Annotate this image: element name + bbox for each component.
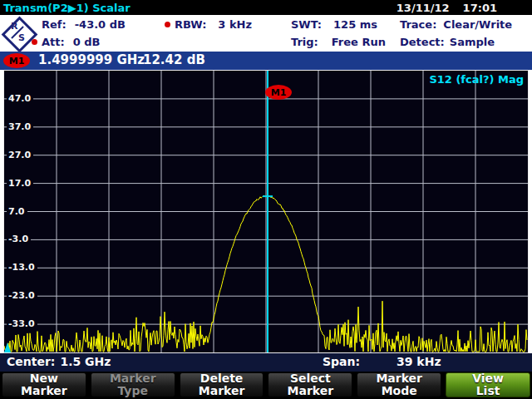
- attenuation-setting: Att: 0 dB: [32, 33, 101, 50]
- trace-format-label: S12 (fcal?) Mag: [429, 73, 524, 86]
- trace-mode-setting: Trace: Clear/Write: [400, 16, 512, 32]
- softkey-new-marker[interactable]: New Marker: [2, 372, 86, 397]
- detect-value: Sample: [450, 36, 495, 48]
- span-label: Span:: [323, 355, 360, 368]
- marker-m1-badge: M1: [3, 53, 30, 68]
- frequency-bar: Center: 1.5 GHz Span: 39 kHz: [0, 353, 532, 372]
- swt-setting: SWT: 125 ms: [291, 16, 377, 32]
- title-bar: Transm(P2▶1) Scalar 13/11/12 17:01: [0, 0, 532, 15]
- trig-label: Trig:: [291, 36, 318, 48]
- span-value: 39 kHz: [397, 355, 441, 368]
- detect-label: Detect:: [400, 36, 445, 48]
- red-bullet-icon: [165, 22, 170, 27]
- softkey-view-list[interactable]: View List: [446, 372, 530, 397]
- ref-value: -43.0 dB: [75, 18, 126, 31]
- softkey-bar: New Marker Marker Type Delete Marker Sel…: [0, 372, 532, 399]
- swt-label: SWT:: [291, 18, 322, 31]
- y-axis-tick-label: 17.0: [7, 178, 33, 189]
- center-label: Center:: [7, 355, 55, 368]
- date-time: 13/11/12 17:01: [397, 2, 497, 14]
- trace-label: Trace:: [400, 18, 436, 31]
- date-label: 13/11/12: [397, 2, 450, 14]
- softkey-marker-mode[interactable]: Marker Mode: [357, 372, 441, 397]
- y-axis-tick-label: -13.0: [7, 262, 37, 273]
- softkey-delete-marker[interactable]: Delete Marker: [180, 372, 264, 397]
- marker-m1-flag: M1: [265, 85, 292, 100]
- trig-value: Free Run: [332, 36, 386, 48]
- marker-level: 12.42 dB: [143, 52, 205, 67]
- y-axis-tick-label: -3.0: [7, 234, 31, 244]
- rbw-value: 3 kHz: [218, 18, 252, 31]
- softkey-marker-type[interactable]: Marker Type: [91, 372, 175, 397]
- settings-header: R S Ref: -43.0 dB RBW: 3 kHz SWT: 125 ms…: [0, 15, 532, 52]
- ref-label: Ref:: [42, 18, 66, 31]
- rs-logo: R S: [2, 17, 33, 48]
- analyzer-screen: Transm(P2▶1) Scalar 13/11/12 17:01 R S R…: [0, 0, 532, 399]
- y-axis-tick-label: 37.0: [7, 121, 33, 132]
- att-label: Att:: [42, 36, 65, 48]
- time-label: 17:01: [463, 2, 497, 14]
- ref-level-setting: Ref: -43.0 dB: [42, 16, 126, 32]
- rs-logo-letter-r: R: [11, 21, 17, 32]
- measurement-title: Transm(P2▶1) Scalar: [0, 2, 131, 14]
- spectrum-plot: 47.037.027.017.07.0-3.0-13.0-23.0-33.0 S…: [3, 70, 529, 353]
- center-frequency: Center: 1.5 GHz: [7, 355, 111, 368]
- softkey-select-marker[interactable]: Select Marker: [268, 372, 352, 397]
- rs-logo-letter-s: S: [18, 32, 25, 43]
- center-value: 1.5 GHz: [60, 355, 111, 368]
- y-axis-tick-label: 27.0: [7, 150, 33, 160]
- trace-canvas: [4, 71, 528, 352]
- rbw-label: RBW:: [175, 18, 206, 31]
- marker-readout-bar: M1 1.4999999 GHz 12.42 dB: [0, 52, 532, 70]
- y-axis-tick-label: 47.0: [7, 93, 33, 104]
- swt-value: 125 ms: [333, 18, 377, 31]
- trigger-setting: Trig: Free Run: [291, 33, 386, 50]
- detector-setting: Detect: Sample: [400, 33, 495, 50]
- marker-frequency: 1.4999999 GHz: [38, 52, 145, 67]
- y-axis-tick-label: -23.0: [7, 290, 37, 301]
- red-bullet-icon: [32, 39, 37, 45]
- y-axis-tick-label: 7.0: [7, 206, 27, 217]
- att-value: 0 dB: [73, 36, 101, 48]
- y-axis-tick-label: -33.0: [7, 318, 37, 329]
- trace-value: Clear/Write: [443, 18, 512, 31]
- rbw-setting: RBW: 3 kHz: [165, 16, 252, 32]
